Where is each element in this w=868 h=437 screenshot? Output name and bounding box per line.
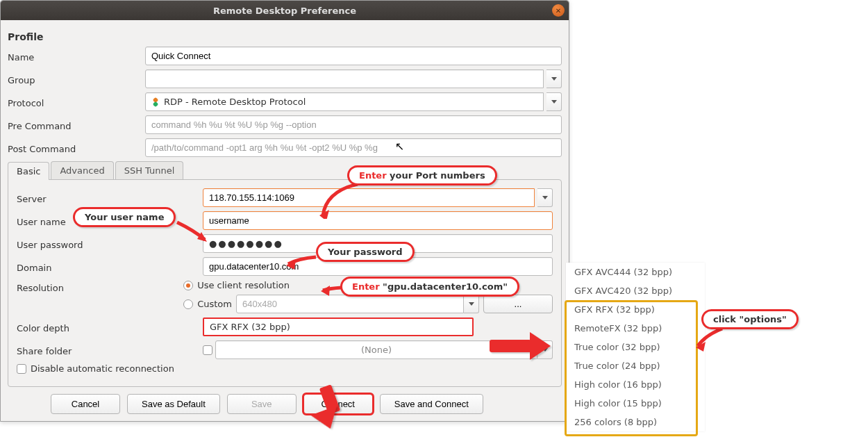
sharefolder-checkbox[interactable] [203, 345, 212, 355]
resolution-client-radio[interactable] [183, 281, 193, 290]
callout-options-tail [694, 325, 729, 353]
dropdown-option[interactable]: GFX AVC420 (32 bpp) [566, 281, 705, 300]
disable-reconnect-checkbox[interactable] [17, 364, 26, 374]
tab-ssh-tunnel[interactable]: SSH Tunnel [115, 161, 184, 179]
chevron-down-icon [551, 77, 557, 81]
dropdown-option[interactable]: High color (15 bpp) [566, 394, 705, 413]
resolution-client-label: Use client resolution [197, 280, 290, 290]
resolution-more-button[interactable]: ... [483, 295, 553, 313]
protocol-select[interactable]: RDP - Remote Desktop Protocol [145, 92, 544, 111]
username-input[interactable] [203, 211, 553, 230]
callout-domain: Enter "gpu.datacenter10.com" [340, 277, 519, 297]
postcmd-input[interactable] [145, 138, 562, 157]
precmd-label: Pre Command [8, 118, 140, 131]
profile-heading: Profile [8, 31, 562, 42]
save-default-button[interactable]: Save as Default [127, 394, 220, 414]
group-combo-arrow[interactable] [546, 69, 562, 88]
sharefolder-label: Share folder [17, 343, 197, 356]
callout-password: Your password [316, 242, 415, 262]
server-dropdown-arrow[interactable] [537, 188, 553, 207]
colordepth-label: Color depth [17, 320, 197, 333]
callout-port-tail [319, 181, 368, 219]
dropdown-option[interactable]: RemoteFX (32 bpp) [566, 319, 705, 338]
domain-label: Domain [17, 260, 197, 273]
close-icon[interactable]: ✕ [552, 4, 565, 17]
tab-advanced[interactable]: Advanced [51, 161, 113, 179]
dropdown-option[interactable]: 256 colors (8 bpp) [566, 413, 705, 431]
rdp-icon [151, 98, 160, 106]
tab-basic[interactable]: Basic [8, 162, 49, 180]
protocol-value: RDP - Remote Desktop Protocol [164, 97, 306, 107]
callout-password-tail [285, 249, 319, 270]
postcmd-label: Post Command [8, 141, 140, 154]
resolution-custom-label: Custom [197, 299, 232, 309]
cursor-icon: ↖ [395, 140, 404, 153]
disable-reconnect-label: Disable automatic reconnection [31, 363, 174, 374]
callout-port: Enter your Port numbers [347, 165, 497, 185]
group-combo[interactable] [145, 69, 544, 88]
callout-username: Your user name [73, 207, 176, 227]
protocol-select-arrow[interactable] [546, 92, 562, 111]
protocol-label: Protocol [8, 95, 140, 108]
svg-marker-3 [321, 286, 330, 296]
chevron-down-icon [469, 302, 474, 306]
dropdown-option[interactable]: True color (24 bpp) [566, 356, 705, 375]
resolution-label: Resolution [17, 280, 178, 293]
button-row: Cancel Save as Default Save Connect Save… [8, 394, 562, 414]
cancel-button[interactable]: Cancel [51, 394, 120, 414]
precmd-input[interactable] [145, 115, 562, 134]
dropdown-option[interactable]: GFX AVC444 (32 bpp) [566, 263, 705, 281]
resolution-custom-select [236, 295, 464, 313]
name-label: Name [8, 49, 140, 63]
colordepth-dropdown-list: GFX AVC444 (32 bpp) GFX AVC420 (32 bpp) … [566, 263, 705, 431]
password-label: User password [17, 237, 197, 250]
chevron-down-icon [551, 100, 557, 104]
dropdown-option[interactable]: GFX RFX (32 bpp) [566, 300, 705, 319]
save-connect-button[interactable]: Save and Connect [380, 394, 483, 414]
titlebar: Remote Desktop Preference ✕ [1, 1, 569, 20]
name-input[interactable] [145, 47, 562, 65]
callout-username-tail [174, 215, 208, 243]
server-label: Server [17, 191, 197, 204]
window-title: Remote Desktop Preference [213, 6, 356, 16]
resolution-custom-arrow[interactable] [464, 295, 479, 313]
group-label: Group [8, 72, 140, 85]
save-button: Save [227, 394, 297, 414]
dropdown-option[interactable]: True color (32 bpp) [566, 338, 705, 356]
resolution-custom-radio[interactable] [183, 299, 193, 309]
server-input[interactable] [203, 188, 535, 207]
callout-options: click "options" [701, 309, 799, 329]
colordepth-select[interactable]: GFX RFX (32 bpp) [203, 318, 474, 336]
dropdown-option[interactable]: High color (16 bpp) [566, 375, 705, 394]
chevron-down-icon [542, 196, 548, 199]
